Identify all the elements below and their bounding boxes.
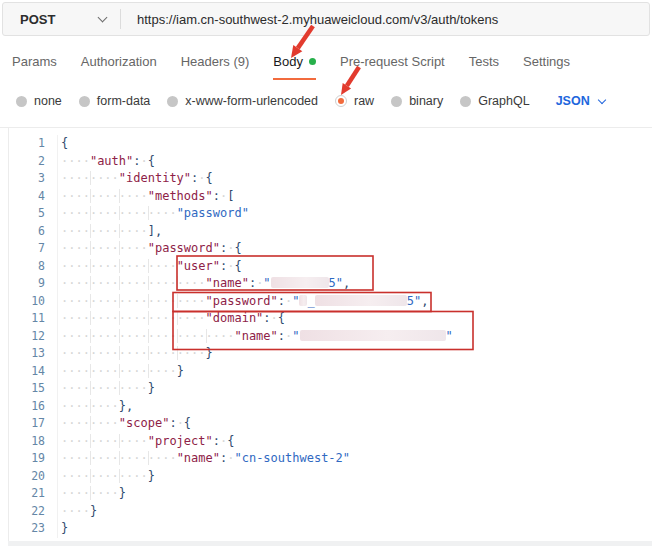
whitespace-dots: ···· [119, 259, 148, 273]
whitespace-dots: ···· [61, 241, 90, 255]
json-punct: { [184, 416, 191, 430]
json-string: " [292, 329, 299, 343]
whitespace-dots: ···· [61, 259, 90, 273]
tab-label: Body [273, 54, 303, 69]
json-punct: : [278, 294, 285, 308]
radio-label: raw [354, 94, 374, 108]
line-number: 8 [9, 258, 58, 276]
whitespace-dots: ···· [177, 329, 206, 343]
line-number: 23 [9, 520, 58, 538]
code-line[interactable]: 1{ [9, 135, 652, 153]
code-line[interactable]: 2····"auth":·{ [9, 153, 652, 171]
code-text: ····················} [58, 345, 213, 363]
code-line[interactable]: 6············], [9, 223, 652, 241]
code-text: { [58, 135, 68, 153]
horizontal-scrollbar[interactable] [8, 541, 652, 546]
json-string: 5" [407, 294, 421, 308]
whitespace-dots: ···· [119, 364, 148, 378]
code-line[interactable]: 4············"methods":·[ [9, 188, 652, 206]
tab-body[interactable]: Body [273, 54, 316, 80]
radio-icon [391, 96, 402, 107]
url-input[interactable]: https://iam.cn-southwest-2.myhuaweicloud… [121, 12, 649, 27]
whitespace-dots: ···· [148, 329, 177, 343]
radio-none[interactable]: none [16, 94, 62, 108]
line-number: 11 [9, 310, 58, 328]
code-line[interactable]: 20············} [9, 468, 652, 486]
whitespace-dots: ···· [90, 329, 119, 343]
radio-label: none [34, 94, 62, 108]
radio-binary[interactable]: binary [391, 94, 443, 108]
tab-settings[interactable]: Settings [523, 54, 570, 80]
code-line[interactable]: 23} [9, 520, 652, 538]
code-text: ····"auth":·{ [58, 153, 155, 171]
whitespace-dots: ···· [119, 329, 148, 343]
code-text: ············} [58, 380, 155, 398]
code-line[interactable]: 5················"password" [9, 205, 652, 223]
json-key: "name" [234, 329, 277, 343]
code-editor[interactable]: 1{2····"auth":·{3········"identity":·{4·… [8, 128, 652, 541]
code-line[interactable]: 10····················"password":·"_5", [9, 293, 652, 311]
tab-authorization[interactable]: Authorization [81, 54, 157, 80]
line-number: 20 [9, 468, 58, 486]
json-punct: : [213, 189, 220, 203]
radio-form-data[interactable]: form-data [79, 94, 151, 108]
whitespace-dots: ···· [61, 189, 90, 203]
whitespace-dots: ···· [61, 434, 90, 448]
radio-graphql[interactable]: GraphQL [460, 94, 529, 108]
method-dropdown[interactable]: POST [3, 3, 120, 35]
json-punct: ], [148, 224, 162, 238]
code-line[interactable]: 22····} [9, 503, 652, 521]
radio-x-www-form-urlencoded[interactable]: x-www-form-urlencoded [167, 94, 318, 108]
code-text: ················} [58, 363, 184, 381]
whitespace-dots: ···· [119, 434, 148, 448]
code-line[interactable]: 14················} [9, 363, 652, 381]
language-selector[interactable]: JSON [556, 94, 605, 108]
language-label: JSON [556, 94, 590, 108]
code-line[interactable]: 7············"password":·{ [9, 240, 652, 258]
code-line[interactable]: 19················"name":·"cn-southwest-… [9, 450, 652, 468]
json-punct: , [343, 276, 350, 290]
code-text: ····} [58, 503, 97, 521]
json-punct: } [61, 521, 68, 535]
radio-icon [79, 96, 90, 107]
json-punct: { [278, 311, 285, 325]
redacted-value [271, 277, 329, 288]
whitespace-dots: ···· [119, 276, 148, 290]
code-line[interactable]: 3········"identity":·{ [9, 170, 652, 188]
code-line[interactable]: 13····················} [9, 345, 652, 363]
whitespace-dots: ···· [119, 381, 148, 395]
code-line[interactable]: 8················"user":·{ [9, 258, 652, 276]
code-line[interactable]: 21········} [9, 485, 652, 503]
code-text: } [58, 520, 68, 538]
whitespace-dots: ···· [61, 381, 90, 395]
whitespace-dots: ···· [119, 469, 148, 483]
tab-pre-request-script[interactable]: Pre-request Script [340, 54, 445, 80]
tab-label: Params [12, 54, 57, 69]
whitespace-dots: ···· [90, 276, 119, 290]
json-key: "scope" [119, 416, 170, 430]
whitespace-dots: ···· [90, 434, 119, 448]
whitespace-dots: ···· [61, 469, 90, 483]
tab-params[interactable]: Params [12, 54, 57, 80]
whitespace-dots: ···· [148, 346, 177, 360]
line-number: 6 [9, 223, 58, 241]
code-line[interactable]: 12························"name":·"" [9, 328, 652, 346]
radio-label: GraphQL [478, 94, 529, 108]
code-line[interactable]: 16········}, [9, 398, 652, 416]
whitespace-dots: ···· [90, 224, 119, 238]
tab-tests[interactable]: Tests [469, 54, 499, 80]
request-bar: POST https://iam.cn-southwest-2.myhuawei… [2, 2, 650, 36]
code-line[interactable]: 17········"scope":·{ [9, 415, 652, 433]
tab-headers[interactable]: Headers (9) [181, 54, 250, 80]
code-line[interactable]: 11····················"domain":·{ [9, 310, 652, 328]
json-punct: { [234, 241, 241, 255]
json-key: "identity" [119, 171, 191, 185]
radio-selected-icon [335, 95, 347, 107]
green-dot-icon [309, 58, 316, 65]
code-line[interactable]: 15············} [9, 380, 652, 398]
radio-raw[interactable]: raw [335, 94, 374, 108]
json-punct: : [169, 416, 176, 430]
whitespace-dots: ···· [90, 381, 119, 395]
code-line[interactable]: 18············"project":·{ [9, 433, 652, 451]
code-line[interactable]: 9····················"name":·"5", [9, 275, 652, 293]
